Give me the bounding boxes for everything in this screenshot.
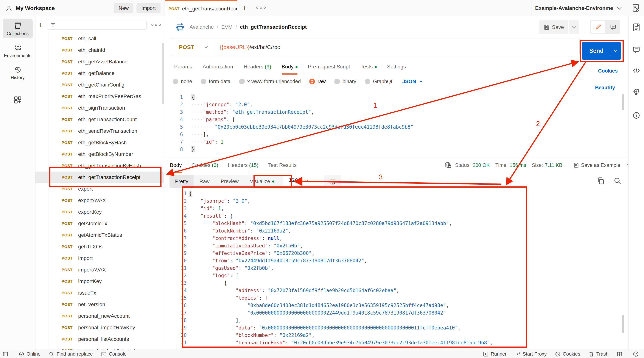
request-tab-tests[interactable]: Tests [360, 64, 376, 70]
body-mode-none[interactable]: none [173, 79, 192, 84]
request-tab-body[interactable]: Body [282, 64, 298, 70]
runner-button[interactable]: Runner [483, 351, 506, 357]
info-icon[interactable] [632, 112, 640, 119]
sidebar-request-eth_getAssetBalance[interactable]: POSTeth_getAssetBalance [36, 56, 164, 67]
breadcrumb-folder[interactable]: EVM [221, 24, 232, 30]
sidebar-request-eth_getBlockByNumber[interactable]: POSTeth_getBlockByNumber [36, 149, 164, 160]
sidebar-request-importKey[interactable]: POSTimportKey [36, 276, 164, 287]
environment-selector[interactable]: Example-Avalanche-Environme [531, 0, 644, 16]
request-body-editor[interactable]: 1{2"jsonrpc": "2.0",3"method": "eth_getT… [174, 93, 620, 153]
beautify-link[interactable]: Beautify [595, 85, 615, 91]
add-block-icon[interactable] [13, 95, 22, 105]
sidebar-request-eth_getTransactionCount[interactable]: POSTeth_getTransactionCount [36, 114, 164, 125]
sidebar-request-importAVAX[interactable]: POSTimportAVAX [36, 264, 164, 276]
wrap-lines-button[interactable] [324, 175, 341, 188]
edit-mode-button[interactable] [591, 21, 605, 33]
url-input[interactable]: {{baseURL}}/ext/bc/C/rpc [220, 44, 280, 50]
import-button[interactable]: Import [136, 3, 160, 13]
comment-mode-button[interactable] [606, 20, 620, 34]
sidebar-filter-input[interactable] [47, 20, 146, 30]
request-tab[interactable]: POST eth_getTransactionRece [165, 0, 237, 16]
response-tab-test-results[interactable]: Test Results [268, 162, 296, 168]
request-tab-settings[interactable]: Settings [387, 64, 406, 70]
view-raw[interactable]: Raw [194, 175, 215, 188]
view-preview[interactable]: Preview [215, 175, 244, 188]
sidebar-request-net_version[interactable]: POSTnet_version [36, 299, 164, 310]
sidebar-request-issueTx[interactable]: POSTissueTx [36, 287, 164, 299]
response-tab-cookies[interactable]: Cookies (3) [192, 162, 218, 168]
rail-item-environments[interactable]: Environments [3, 41, 33, 60]
sidebar-add-button[interactable]: + [38, 21, 46, 29]
sidebar-request-getUTXOs[interactable]: POSTgetUTXOs [36, 241, 164, 252]
sidebar-request-eth_chainId[interactable]: POSTeth_chainId [36, 44, 164, 56]
sidebar-request-exportAVAX[interactable]: POSTexportAVAX [36, 195, 164, 206]
trash-button[interactable]: Trash [588, 351, 609, 357]
response-language-selector[interactable]: JSON [288, 178, 308, 183]
view-visualize[interactable]: Visualize [244, 175, 280, 188]
sidebar-more-icon[interactable] [151, 23, 162, 27]
help-button[interactable] [633, 351, 641, 357]
copy-response-icon[interactable] [596, 177, 605, 185]
send-button[interactable]: Send [582, 42, 621, 60]
code-snippet-icon[interactable] [632, 67, 640, 75]
sidebar-scrollbar[interactable] [162, 43, 164, 104]
sidebar-request-getAtomicTxStatus[interactable]: POSTgetAtomicTxStatus [36, 229, 164, 241]
save-button[interactable]: Save [539, 20, 568, 34]
rail-item-history[interactable]: History [3, 63, 33, 82]
sidebar-request-export[interactable]: POSTexport [36, 183, 164, 195]
body-mode-x-www-form-urlencoded[interactable]: x-www-form-urlencoded [239, 79, 301, 84]
sidebar-request-eth_getChainConfig[interactable]: POSTeth_getChainConfig [36, 79, 164, 91]
sidebar-request-eth_maxPriorityFeePerGas[interactable]: POSTeth_maxPriorityFeePerGas [36, 91, 164, 102]
network-icon[interactable] [444, 162, 452, 169]
request-tab-authorization[interactable]: Authorization [202, 64, 233, 70]
view-pretty[interactable]: Pretty [170, 175, 194, 188]
response-tab-headers[interactable]: Headers (15) [228, 162, 258, 168]
sidebar-request-eth_getBlockByHash[interactable]: POSTeth_getBlockByHash [36, 137, 164, 149]
request-tab-headers[interactable]: Headers (9) [244, 64, 271, 70]
start-proxy-button[interactable]: Start Proxy [515, 351, 547, 357]
sidebar-request-exportKey[interactable]: POSTexportKey [36, 206, 164, 218]
online-status[interactable]: Online [19, 351, 40, 357]
sidebar-request-eth_getTransactionReceipt[interactable]: POSTeth_getTransactionReceipt [36, 172, 164, 183]
response-tab-body[interactable]: Body [170, 162, 182, 168]
tab-more-icon[interactable] [255, 5, 266, 10]
rail-item-collections[interactable]: Collections [3, 19, 33, 38]
split-panel-button[interactable] [617, 351, 624, 357]
request-tab-params[interactable]: Params [174, 64, 192, 70]
sidebar-request-getAtomicTx[interactable]: POSTgetAtomicTx [36, 218, 164, 229]
toggle-sidebar-button[interactable] [2, 351, 10, 357]
console-button[interactable]: Console [101, 351, 126, 357]
environment-quicklook-icon[interactable] [632, 4, 640, 13]
response-editor-scrollbar[interactable] [622, 315, 624, 333]
cookies-button[interactable]: Cookies [555, 351, 580, 357]
sidebar-request-personal_importRawKey[interactable]: POSTpersonal_importRawKey [36, 322, 164, 333]
sidebar-request-eth_signTransaction[interactable]: POSTeth_signTransaction [36, 102, 164, 114]
comments-icon[interactable] [632, 46, 640, 54]
body-mode-raw[interactable]: raw [309, 79, 326, 84]
sidebar-request-eth_getBalance[interactable]: POSTeth_getBalance [36, 67, 164, 79]
request-tab-pre-request-script[interactable]: Pre-request Script [308, 64, 350, 70]
documentation-icon[interactable] [632, 23, 640, 32]
body-language-selector[interactable]: JSON [402, 79, 422, 84]
sidebar-request-import[interactable]: POSTimport [36, 252, 164, 264]
method-selector[interactable]: POST [179, 44, 194, 50]
cookies-link[interactable]: Cookies [598, 68, 618, 74]
response-body-editor[interactable]: 1{2"jsonrpc": "2.0",3"id": 1,4"result": … [176, 190, 622, 347]
send-dropdown-icon[interactable] [614, 49, 617, 52]
sidebar-request-personal_listAccounts[interactable]: POSTpersonal_listAccounts [36, 333, 164, 345]
save-dropdown-button[interactable] [569, 20, 579, 34]
sidebar-request-eth_getTransactionByHash[interactable]: POSTeth_getTransactionByHash [36, 160, 164, 172]
sidebar-request-eth_sendRawTransaction[interactable]: POSTeth_sendRawTransaction [36, 125, 164, 137]
sidebar-request-eth_call[interactable]: POSTeth_call [36, 33, 164, 44]
sidebar-request-personal_newAccount[interactable]: POSTpersonal_newAccount [36, 310, 164, 322]
body-mode-form-data[interactable]: form-data [201, 79, 230, 84]
breadcrumb-collection[interactable]: Avalanche [190, 24, 214, 30]
body-mode-GraphQL[interactable]: GraphQL [365, 79, 394, 84]
search-response-icon[interactable] [614, 177, 622, 185]
new-button[interactable]: New [114, 3, 134, 13]
find-and-replace-button[interactable]: Find and replace [49, 351, 93, 357]
request-editor-scrollbar[interactable] [622, 94, 624, 110]
workspace-title[interactable]: My Workspace [16, 5, 111, 11]
save-as-example-button[interactable]: Save as Example [581, 163, 620, 168]
hints-icon[interactable] [632, 88, 640, 97]
